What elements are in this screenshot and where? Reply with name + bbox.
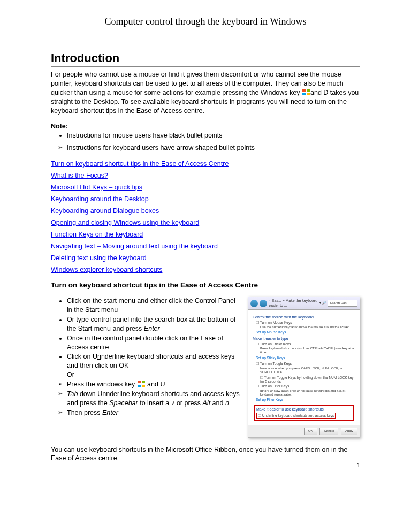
- toc-links: Turn on keyboard shortcut tips in the Ea…: [51, 160, 360, 273]
- note-arrow-keyboard: Instructions for keyboard users have arr…: [67, 143, 360, 153]
- ss-desc2: Press keyboard shortcuts (such as CTRL+A…: [260, 347, 355, 354]
- ss-link-filter: Set up Filter Keys: [256, 398, 355, 402]
- windows-logo-icon: [138, 381, 145, 387]
- note-label: Note:: [51, 123, 360, 130]
- ss-search-box: Search Con: [328, 300, 357, 307]
- closing-paragraph: You can use keyboard shortcuts in the Mi…: [51, 445, 360, 463]
- ss-check-filter: ☐ Turn on Filter Keys: [256, 384, 355, 389]
- ss-check-sticky: ☐ Turn on Sticky Keys: [256, 342, 355, 346]
- ss-desc4: Ignore or slow down brief or repeated ke…: [260, 389, 355, 397]
- link-ease-of-access[interactable]: Turn on keyboard shortcut tips in the Ea…: [51, 160, 360, 168]
- intro-text-before: For people who cannot use a mouse or fin…: [51, 71, 344, 96]
- ss-link-mousekeys: Set up Mouse Keys: [256, 330, 355, 335]
- ss-desc3b: ☐ Turn on Toggle Keys by holding down th…: [260, 376, 355, 384]
- nav-back-icon: [250, 300, 258, 307]
- step-7: Then press Enter: [67, 408, 241, 417]
- ss-check-mousekeys: ☐ Turn on Mouse Keys: [256, 321, 355, 325]
- ss-apply-button: Apply: [341, 428, 357, 435]
- note-bullet-mouse: Instructions for mouse users have black …: [67, 131, 360, 140]
- link-keyboarding-dialog[interactable]: Keyboarding around Dialogue boxes: [51, 207, 360, 215]
- page-number: 1: [357, 462, 360, 468]
- step-6: Tab down Unnderline keyboard shortcuts a…: [67, 390, 241, 408]
- divider: [51, 66, 360, 67]
- page-title: Computer control through the keyboard in…: [51, 16, 360, 27]
- nav-forward-icon: [260, 300, 267, 307]
- subsection-heading: Turn on keyboard shortcut tips in the Ea…: [51, 281, 360, 289]
- ss-cancel-button: Cancel: [319, 428, 338, 435]
- ease-of-access-screenshot: « Eas... » Make the keyboard easier to .…: [248, 297, 360, 437]
- step-5: Press the windows key and U: [67, 380, 241, 389]
- ss-group2-heading: Make it easier to type: [253, 337, 355, 341]
- ss-desc1: Use the numeric keypad to move the mouse…: [260, 325, 355, 329]
- ss-red-check: ☑ Underline keyboard shortcuts and acces…: [256, 413, 336, 419]
- ss-group1-heading: Control the mouse with the keyboard: [253, 315, 355, 320]
- ss-red-highlight: Make it easier to use keyboard shortcuts…: [254, 405, 354, 421]
- link-deleting-text[interactable]: Deleting text using the keyboard: [51, 254, 360, 262]
- link-opening-closing[interactable]: Opening and closing Windows using the ke…: [51, 219, 360, 226]
- step-1: Click on the start menu and either click…: [67, 297, 241, 315]
- ss-link-sticky: Set up Sticky Keys: [256, 356, 355, 360]
- windows-logo-icon: [302, 89, 310, 95]
- link-navigating-text[interactable]: Navigating text – Moving around text usi…: [51, 242, 360, 250]
- ss-ok-button: OK: [304, 428, 317, 435]
- link-explorer-shortcuts[interactable]: Windows explorer keyboard shortcuts: [51, 266, 360, 273]
- heading-introduction: Introduction: [51, 51, 360, 65]
- step-2: Or type control panel into the search bo…: [67, 315, 241, 333]
- step-3: Once in the control panel double click o…: [67, 334, 241, 352]
- link-keyboarding-desktop[interactable]: Keyboarding around the Desktop: [51, 195, 360, 203]
- ss-red-heading: Make it easier to use keyboard shortcuts: [256, 407, 352, 412]
- ss-breadcrumb: « Eas... » Make the keyboard easier to .…: [269, 299, 318, 308]
- link-what-is-focus[interactable]: What is the Focus?: [51, 172, 360, 179]
- link-function-keys[interactable]: Function Keys on the keyboard: [51, 231, 360, 238]
- ss-check-toggle: ☐ Turn on Toggle Keys: [256, 362, 355, 366]
- ss-desc3a: Hear a tone when you press CAPS LOCK, NU…: [260, 367, 355, 374]
- intro-paragraph: For people who cannot use a mouse or fin…: [51, 70, 360, 115]
- link-hot-keys[interactable]: Microsoft Hot Keys – quick tips: [51, 184, 360, 191]
- step-4: Click on Unnderline keyboard shortcuts a…: [67, 352, 241, 379]
